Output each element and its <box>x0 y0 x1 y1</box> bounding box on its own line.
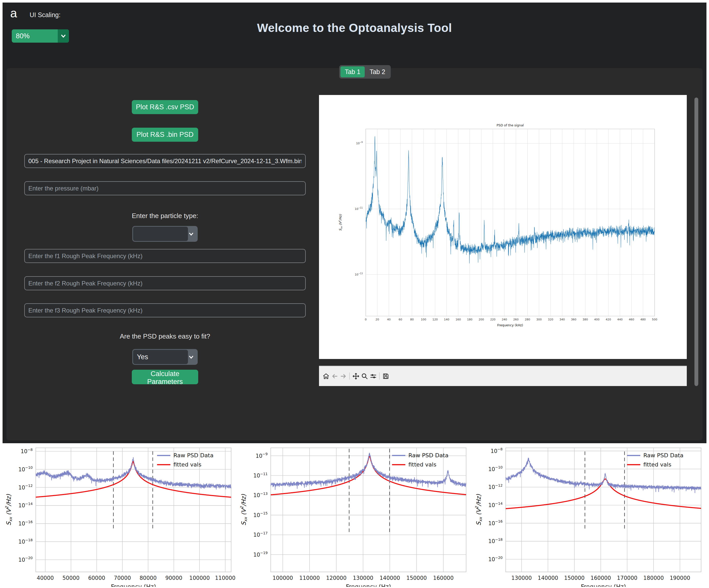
svg-text:160: 160 <box>455 318 461 321</box>
svg-text:190000: 190000 <box>670 575 690 581</box>
svg-text:240: 240 <box>502 318 507 321</box>
svg-text:60000: 60000 <box>88 575 105 581</box>
psd-fit-chart-d: 1300001400001500001600001700001800001900… <box>472 445 709 587</box>
pan-icon[interactable] <box>351 372 360 380</box>
svg-text:380: 380 <box>583 318 588 321</box>
svg-text:Raw PSD Data: Raw PSD Data <box>409 452 448 459</box>
svg-text:400: 400 <box>594 318 599 321</box>
svg-text:fitted vals: fitted vals <box>174 461 202 468</box>
svg-text:fitted vals: fitted vals <box>409 461 437 468</box>
tab-1[interactable]: Tab 1 <box>340 66 365 77</box>
home-icon[interactable] <box>321 372 330 380</box>
page-root: a UI Scaling: 80% Welcome to the Optoana… <box>0 0 709 588</box>
svg-text:100000: 100000 <box>189 575 210 581</box>
svg-text:260: 260 <box>514 318 519 321</box>
svg-text:Raw PSD Data: Raw PSD Data <box>644 452 683 459</box>
file-path-input[interactable] <box>24 154 306 168</box>
svg-text:120000: 120000 <box>326 575 347 581</box>
matplotlib-toolbar <box>319 366 687 386</box>
configure-subplots-icon[interactable] <box>369 372 377 380</box>
svg-text:Raw PSD Data: Raw PSD Data <box>174 452 213 459</box>
svg-text:80: 80 <box>410 318 414 321</box>
svg-text:140: 140 <box>444 318 449 321</box>
svg-text:160000: 160000 <box>590 575 611 581</box>
svg-text:140000: 140000 <box>537 575 558 581</box>
svg-text:110000: 110000 <box>299 575 320 581</box>
zoom-icon[interactable] <box>360 372 369 380</box>
psd-of-signal-chart: 0204060801001201401601802002202402602803… <box>319 95 687 359</box>
main-psd-plot-panel: 0204060801001201401601802002202402602803… <box>319 95 687 359</box>
svg-text:360: 360 <box>571 318 576 321</box>
pressure-input[interactable] <box>24 181 306 195</box>
svg-text:180000: 180000 <box>644 575 664 581</box>
svg-text:Frequency (Hz): Frequency (Hz) <box>346 583 391 587</box>
svg-text:320: 320 <box>548 318 553 321</box>
svg-text:Frequency (Hz): Frequency (Hz) <box>581 583 626 587</box>
svg-text:Frequency (Hz): Frequency (Hz) <box>111 583 156 587</box>
forward-icon[interactable] <box>339 372 348 380</box>
particle-type-value <box>133 227 188 241</box>
psd-fit-chart-b: 4000050000600007000080000900001000001100… <box>3 445 239 587</box>
svg-text:fitted vals: fitted vals <box>644 461 672 468</box>
calculate-parameters-button[interactable]: Calculate Parameters <box>132 370 198 384</box>
f3-frequency-input[interactable] <box>24 303 306 317</box>
tab-2[interactable]: Tab 2 <box>365 66 390 77</box>
svg-text:130000: 130000 <box>353 575 373 581</box>
page-title: Welcome to the Optoanalysis Tool <box>3 21 706 35</box>
save-icon[interactable] <box>381 372 390 380</box>
svg-text:Frequency (kHz): Frequency (kHz) <box>497 323 523 327</box>
svg-text:340: 340 <box>559 318 565 321</box>
optoanalysis-app-window: a UI Scaling: 80% Welcome to the Optoana… <box>3 3 706 443</box>
psd-fit-chart-c: 1000001100001200001300001400001500001600… <box>238 445 474 587</box>
svg-text:60: 60 <box>399 318 402 321</box>
svg-text:120: 120 <box>432 318 438 321</box>
peaks-easy-value: Yes <box>133 350 188 364</box>
svg-text:150000: 150000 <box>406 575 427 581</box>
peaks-easy-label: Are the PSD peaks easy to fit? <box>24 332 306 340</box>
svg-text:440: 440 <box>617 318 623 321</box>
f2-frequency-input[interactable] <box>24 276 306 290</box>
svg-text:180: 180 <box>467 318 472 321</box>
svg-text:420: 420 <box>606 318 611 321</box>
svg-text:220: 220 <box>490 318 496 321</box>
svg-text:40: 40 <box>387 318 391 321</box>
svg-text:200: 200 <box>479 318 484 321</box>
svg-text:160000: 160000 <box>433 575 454 581</box>
svg-text:140000: 140000 <box>379 575 400 581</box>
plot-csv-psd-button[interactable]: Plot R&S .csv PSD <box>132 100 198 114</box>
svg-text:460: 460 <box>629 318 634 321</box>
chevron-down-icon <box>184 349 198 365</box>
svg-text:40000: 40000 <box>37 575 54 581</box>
svg-text:300: 300 <box>536 318 542 321</box>
svg-text:150000: 150000 <box>564 575 585 581</box>
tab-bar: Tab 1 Tab 2 <box>339 65 391 79</box>
peaks-easy-select[interactable]: Yes <box>132 349 198 365</box>
ui-scaling-label: UI Scaling: <box>30 11 60 19</box>
svg-text:100: 100 <box>421 318 426 321</box>
vertical-scrollbar[interactable] <box>694 98 698 386</box>
chevron-down-icon <box>184 226 198 242</box>
svg-text:70000: 70000 <box>114 575 131 581</box>
plot-bin-psd-button[interactable]: Plot R&S .bin PSD <box>132 128 198 142</box>
svg-text:480: 480 <box>640 318 646 321</box>
toolbar-separator <box>379 373 379 380</box>
particle-type-select[interactable] <box>132 226 198 242</box>
svg-text:80000: 80000 <box>139 575 157 581</box>
svg-text:130000: 130000 <box>511 575 532 581</box>
svg-text:50000: 50000 <box>62 575 79 581</box>
svg-text:500: 500 <box>652 318 657 321</box>
svg-text:170000: 170000 <box>617 575 637 581</box>
svg-text:280: 280 <box>525 318 530 321</box>
toolbar-separator <box>349 373 350 380</box>
f1-frequency-input[interactable] <box>24 249 306 263</box>
back-icon[interactable] <box>330 372 339 380</box>
svg-text:20: 20 <box>375 318 379 321</box>
svg-text:0: 0 <box>365 318 367 321</box>
particle-type-label: Enter the particle type: <box>24 212 306 220</box>
figure-panel-label-a: a <box>10 6 17 20</box>
svg-text:PSD of the signal: PSD of the signal <box>497 123 524 127</box>
svg-text:100000: 100000 <box>272 575 293 581</box>
svg-text:110000: 110000 <box>215 575 235 581</box>
svg-text:90000: 90000 <box>165 575 182 581</box>
